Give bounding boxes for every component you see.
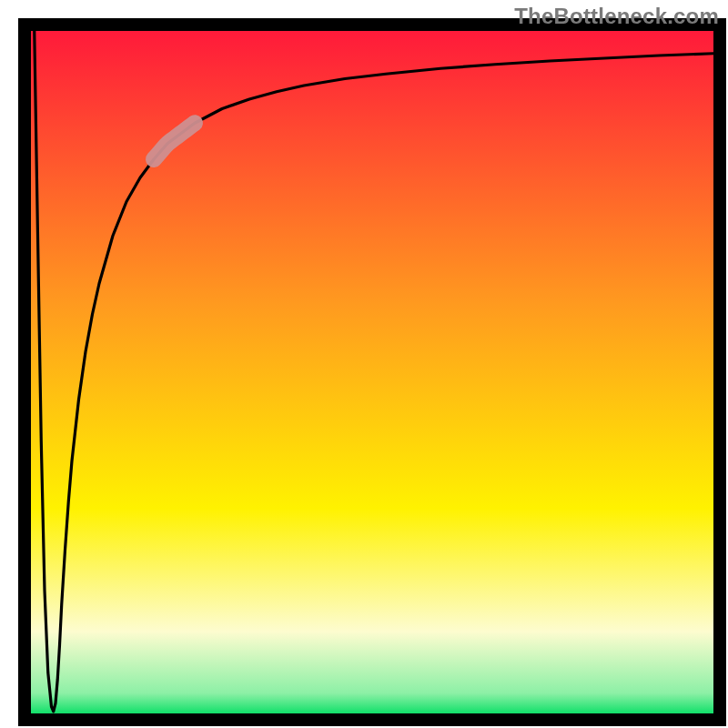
bottleneck-chart bbox=[0, 0, 728, 728]
watermark-text: TheBottleneck.com bbox=[514, 4, 719, 29]
plot-background bbox=[31, 31, 713, 713]
chart-stage: TheBottleneck.com bbox=[0, 0, 728, 728]
